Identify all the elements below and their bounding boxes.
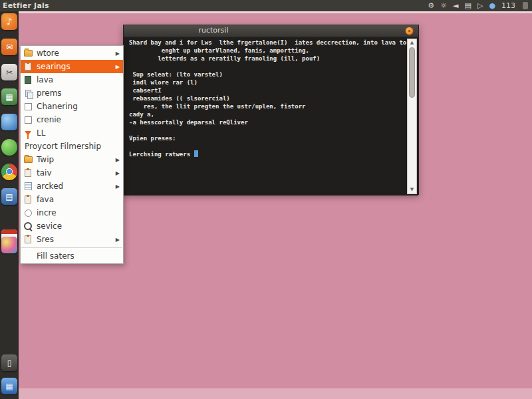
terminal-line: indl wlore rar (l) bbox=[129, 78, 406, 86]
terminal-scrollbar[interactable]: ▲ ▼ bbox=[407, 39, 417, 194]
terminal-text: Shard bay and i for Lws lthe frgertalone… bbox=[129, 39, 406, 158]
terminal-content: Shard bay and i for Lws lthe frgertalone… bbox=[124, 37, 418, 196]
tray-count: 113 bbox=[501, 1, 515, 10]
bluetooth-icon[interactable]: ● bbox=[489, 0, 495, 11]
menu-item-label: crenie bbox=[37, 115, 61, 124]
scroll-up-icon[interactable]: ▲ bbox=[408, 40, 416, 46]
software-center-icon[interactable] bbox=[1, 139, 17, 156]
funnel-icon bbox=[23, 128, 33, 138]
folder-icon bbox=[23, 49, 33, 58]
terminal-line: Lerchsing ratwers bbox=[129, 150, 406, 158]
menu-item-sres[interactable]: Sres▶ bbox=[21, 233, 123, 246]
terminal-line bbox=[129, 63, 406, 70]
scrollbar-thumb[interactable] bbox=[409, 47, 415, 98]
menu-item-label: sevice bbox=[37, 221, 62, 231]
menu-item-fill-saters[interactable]: Fill saters bbox=[21, 249, 123, 263]
menu-item-prems[interactable]: prems bbox=[21, 86, 123, 100]
submenu-arrow-icon: ▶ bbox=[116, 157, 120, 163]
menu-item-label: incre bbox=[37, 208, 57, 217]
submenu-arrow-icon: ▶ bbox=[116, 184, 120, 190]
terminal-line: -a hesscortally deparsal reQliver bbox=[129, 118, 406, 126]
menu-item-chanering[interactable]: Chanering bbox=[21, 100, 123, 113]
top-panel: Eetfier Jals ⚙☼◄▤▷●113 bbox=[0, 0, 532, 11]
brightness-icon[interactable]: ☼ bbox=[440, 0, 447, 11]
menu-item-ll[interactable]: LL bbox=[21, 126, 123, 140]
menu-item-label: Sres bbox=[37, 235, 54, 244]
checkbox-icon bbox=[23, 102, 33, 111]
clipboard-icon bbox=[23, 62, 33, 71]
folder-icon bbox=[23, 155, 33, 164]
menu-item-wtore[interactable]: wtore▶ bbox=[21, 47, 123, 60]
terminal-titlebar[interactable]: ructorsil bbox=[124, 25, 418, 37]
terminal-line: rebasamides (( slsorercial) bbox=[129, 94, 406, 102]
terminal-line bbox=[129, 142, 406, 150]
menu-item-label: taiv bbox=[37, 168, 52, 178]
menu-item-label: Chanering bbox=[37, 102, 78, 111]
grid-document-icon bbox=[23, 182, 33, 191]
radio-icon bbox=[23, 208, 33, 217]
menu-item-searings[interactable]: searings▶ bbox=[21, 60, 123, 73]
menu-item-label: Twip bbox=[37, 155, 54, 164]
terminal-line: Vpien preses: bbox=[129, 134, 406, 142]
menu-item-proycort-filmership[interactable]: Proycort Filmership bbox=[21, 140, 123, 153]
files-app-icon[interactable]: ▦ bbox=[1, 378, 17, 394]
spreadsheet-app-icon[interactable]: ▦ bbox=[1, 88, 17, 105]
submenu-arrow-icon: ▶ bbox=[116, 64, 120, 70]
archive-app-icon[interactable]: ▯ bbox=[1, 354, 17, 371]
terminal-line: res, the llit pregten the ustr/uplen, fi… bbox=[129, 102, 406, 110]
sheet-app-icon[interactable]: ▤ bbox=[1, 188, 17, 205]
chrome-app-icon[interactable] bbox=[1, 164, 17, 180]
terminal-line: letterds as a reratilly franoling (ill, … bbox=[129, 55, 406, 63]
menu-item-sevice[interactable]: sevice bbox=[21, 219, 123, 233]
music-app-icon[interactable]: ♪ bbox=[1, 13, 17, 30]
search-icon bbox=[23, 221, 33, 231]
clipboard-icon bbox=[23, 168, 33, 178]
menu-item-twip[interactable]: Twip▶ bbox=[21, 153, 123, 166]
scroll-down-icon[interactable]: ▼ bbox=[408, 187, 416, 193]
menu-item-label: fava bbox=[37, 195, 54, 204]
menu-item-label: prems bbox=[37, 88, 62, 98]
browser-app-icon[interactable] bbox=[1, 114, 17, 130]
context-menu: wtore▶searings▶lavapremsChaneringcrenieL… bbox=[20, 45, 124, 264]
menu-item-arcked[interactable]: arcked▶ bbox=[21, 180, 123, 193]
terminal-window: ructorsil Shard bay and i for Lws lthe f… bbox=[123, 25, 419, 195]
clipped-tray-icon[interactable] bbox=[523, 2, 528, 9]
clipboard-icon bbox=[23, 195, 33, 204]
menu-item-lava[interactable]: lava bbox=[21, 73, 123, 86]
launcher-sidebar: ♪✉✂▦▤≡▯▦ bbox=[0, 11, 19, 399]
checkbox-icon bbox=[23, 115, 33, 124]
system-tray: ⚙☼◄▤▷●113 bbox=[428, 0, 528, 11]
menu-item-label: Proycort Filmership bbox=[25, 142, 101, 151]
document-icon bbox=[23, 75, 33, 84]
active-app-title: Eetfier Jals bbox=[3, 1, 49, 10]
menu-item-fava[interactable]: fava bbox=[21, 193, 123, 206]
submenu-arrow-icon: ▶ bbox=[116, 51, 120, 57]
network-icon[interactable]: ▷ bbox=[477, 0, 483, 11]
display-icon[interactable]: ▤ bbox=[465, 0, 471, 11]
menu-item-label: wtore bbox=[37, 49, 59, 58]
terminal-cursor bbox=[194, 150, 198, 157]
tools-app-icon[interactable]: ✂ bbox=[1, 64, 17, 80]
photos-app-icon[interactable] bbox=[1, 237, 17, 253]
menu-item-label: LL bbox=[37, 128, 45, 138]
terminal-title: ructorsil bbox=[124, 26, 303, 35]
submenu-arrow-icon: ▶ bbox=[116, 237, 120, 243]
volume-icon[interactable]: ◄ bbox=[453, 0, 458, 11]
terminal-line: cabsertI bbox=[129, 86, 406, 94]
menu-item-taiv[interactable]: taiv▶ bbox=[21, 166, 123, 180]
mail-app-icon[interactable]: ✉ bbox=[1, 39, 17, 55]
terminal-line: enght up ubrtarVlaned, fanis, amportting… bbox=[129, 47, 406, 55]
clipboard-icon bbox=[23, 235, 33, 244]
settings-gear-icon[interactable]: ⚙ bbox=[428, 0, 434, 11]
menu-item-incre[interactable]: incre bbox=[21, 206, 123, 219]
desktop-bottom-strip bbox=[19, 388, 532, 399]
terminal-line: Shard bay and i for Lws lthe frgertalone… bbox=[129, 39, 406, 47]
terminal-line bbox=[129, 126, 406, 134]
menu-item-label: arcked bbox=[37, 182, 63, 191]
menu-item-crenie[interactable]: crenie bbox=[21, 113, 123, 126]
terminal-line: cady a, bbox=[129, 110, 406, 118]
menu-separator bbox=[21, 247, 122, 248]
close-button-icon[interactable] bbox=[405, 27, 414, 35]
menu-item-label: lava bbox=[37, 75, 53, 84]
copy-icon bbox=[23, 88, 33, 98]
